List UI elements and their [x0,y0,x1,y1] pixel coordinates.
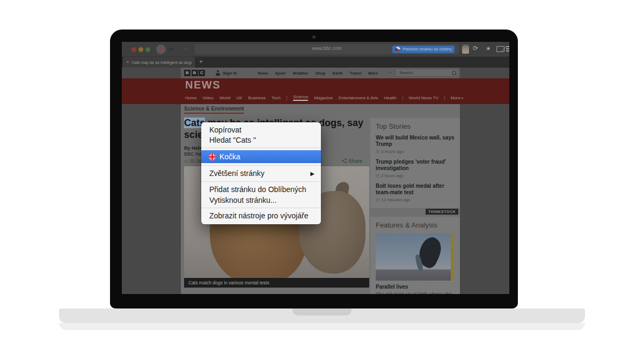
menu-item-print[interactable]: Vytisknout stránku... [201,195,321,205]
menu-item-search[interactable]: Hledat "Cats " [201,135,321,145]
nav-travel[interactable]: Travel [350,71,362,76]
promo-canvas: S ← → www.bbc.com Přeložím stránku do če… [0,0,644,338]
menu-item-translate-label: Kočka [219,152,240,161]
clock-icon: ◷ [376,197,379,202]
reload-icon[interactable]: ⟳ [473,45,478,52]
section-breadcrumb[interactable]: Science & Environment [184,106,244,114]
subnav-tech[interactable]: Tech [272,95,281,100]
address-bar[interactable]: www.bbc.com Přeložím stránku do češtiny [195,44,459,54]
search-box [396,69,459,77]
czech-flag-icon [395,47,400,52]
features-photo[interactable] [376,233,454,281]
translate-page-button[interactable]: Přeložím stránku do češtiny [392,46,455,53]
context-menu: Kopírovat Hledat "Cats " Kočka ▶Zvětšení… [201,122,321,224]
browser-toolbar: S ← → www.bbc.com Přeložím stránku do če… [122,42,509,57]
clock-icon: ◷ [376,149,379,154]
bookmark-star-icon[interactable]: ★ [486,45,491,52]
clock-icon: ◷ [376,173,379,178]
subnav-home[interactable]: Home [185,95,196,100]
nav-weather[interactable]: Weather [292,71,308,76]
menu-item-translate-selected[interactable]: Kočka [201,150,321,163]
subnav-world-news-tv[interactable]: World News TV [409,95,438,100]
menu-item-add-favorite[interactable]: Přidat stránku do Oblíbených [201,184,321,195]
tab-strip: ✕ Cats may be as intelligent as dogs, sa… [122,57,509,68]
subnav-entertainment[interactable]: Entertainment & Arts [339,95,378,100]
bbc-top-nav: News Sport Weather Shop Earth Travel Mor… [258,71,378,76]
subnav-science-active[interactable]: Science [293,94,308,101]
new-tab-button[interactable]: + [199,58,203,65]
minimize-window-button[interactable] [138,47,143,52]
story-item[interactable]: Trump pledges 'voter fraud' investigatio… [376,159,455,178]
nav-more[interactable]: More [368,71,378,76]
features-panel: Features & Analysis Parallel lives The g… [370,217,460,294]
news-masthead-band: NEWS Home Video World UK Business Tech S… [122,78,509,104]
tab-bbc-article[interactable]: ✕ Cats may be as intelligent as dogs, sa… [123,57,195,68]
story-title[interactable]: We will build Mexico wall, says Trump [376,135,455,148]
menu-icon[interactable] [506,46,509,52]
features-heading: Features & Analysis [376,221,455,229]
chevron-down-icon: ▾ [462,97,463,100]
webcam-dot [312,35,316,39]
nav-earth[interactable]: Earth [332,71,342,76]
subnav-divider [444,95,445,100]
subnav-business[interactable]: Business [248,95,266,100]
menu-item-copy[interactable]: Kopírovat [201,125,321,135]
header-divider [389,72,391,73]
laptop-base [59,308,585,323]
translate-button-label: Přeložím stránku do češtiny [402,47,452,52]
subnav-video[interactable]: Video [202,95,213,100]
top-stories-panel: Top Stories We will build Mexico wall, s… [370,118,460,208]
search-icon[interactable] [452,71,456,75]
submenu-arrow-icon: ▶ [310,168,314,179]
menu-item-zoom[interactable]: ▶Zvětšení stránky [201,168,321,179]
nav-shop[interactable]: Shop [316,71,326,76]
bbc-global-header: B B C Sign In News Sport Weather Shop Ea… [181,68,460,78]
menu-separator [201,208,321,208]
story-item[interactable]: Bolt loses gold medal after team-mate te… [376,183,455,202]
browser-window: S ← → www.bbc.com Přeložím stránku do če… [122,42,509,294]
tab-title: Cats may be as intelligent as dogs, say … [131,60,192,65]
person-icon [215,70,221,76]
nav-news[interactable]: News [258,71,268,76]
subnav-divider [287,95,287,100]
story-time: ◷12 minutes ago [376,197,455,202]
subnav-health[interactable]: Health [384,95,396,100]
menu-separator [201,165,321,166]
mail-icon[interactable] [496,46,504,52]
menu-item-devtools[interactable]: Zobrazit nástroje pro vývojáře [201,210,321,222]
laptop-base-shadow [59,323,585,330]
search-input[interactable] [398,70,449,76]
laptop-notch [292,308,352,315]
subnav-uk[interactable]: UK [236,95,242,100]
subnav-divider [402,95,403,100]
share-icon [342,158,347,163]
story-title[interactable]: Bolt loses gold medal after team-mate te… [376,183,455,196]
zoom-window-button[interactable] [145,47,150,52]
photo-credit: THINKSTOCK [426,209,458,215]
sign-in-link[interactable]: Sign In [223,71,237,76]
close-window-button[interactable] [131,47,136,52]
story-time: ◷2 hours ago [376,173,455,178]
tab-close-icon[interactable]: ✕ [126,60,129,64]
news-section-nav: Home Video World UK Business Tech Scienc… [185,94,463,101]
forward-icon[interactable]: → [182,44,189,52]
feature-title[interactable]: Parallel lives [376,284,455,290]
subnav-more[interactable]: More▾ [451,95,463,100]
back-icon[interactable]: ← [168,44,175,52]
menu-separator [201,181,321,182]
menu-separator [201,148,321,148]
subnav-magazine[interactable]: Magazine [314,95,333,100]
share-button[interactable]: Share [342,158,362,164]
s-extension-icon[interactable]: S [156,45,166,54]
top-stories-heading: Top Stories [376,122,455,130]
uk-flag-icon [208,153,216,161]
bbc-logo[interactable]: B B C [184,70,205,76]
photo-caption: Cats match dogs in various mental tests [184,278,369,288]
dog-extension-icon[interactable] [462,45,469,54]
subnav-world[interactable]: World [219,95,231,100]
story-title[interactable]: Trump pledges 'voter fraud' investigatio… [376,159,455,172]
nav-sport[interactable]: Sport [275,71,286,76]
news-masthead-title: NEWS [185,79,221,91]
story-item[interactable]: We will build Mexico wall, says Trump ◷3… [376,135,455,154]
story-time: ◷3 hours ago [376,149,455,154]
